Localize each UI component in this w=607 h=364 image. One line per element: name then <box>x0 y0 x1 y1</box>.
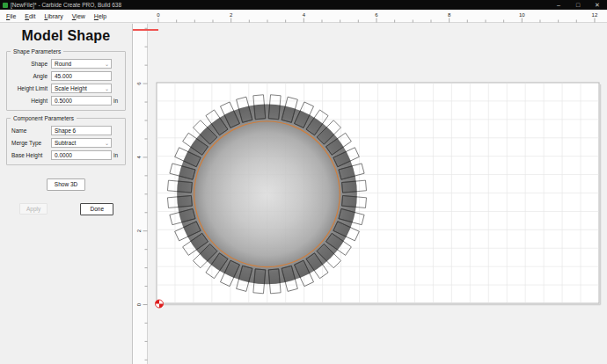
ruler-origin-marker <box>133 29 158 31</box>
base-height-input[interactable]: 0.0000 <box>51 150 112 160</box>
shape-value: Round <box>55 61 71 67</box>
height-row: Height 0.5000 in <box>11 96 121 106</box>
svg-text:0: 0 <box>136 302 142 306</box>
menu-ruler-row: File Edit Library View Help 024681012 <box>0 10 607 23</box>
base-height-row: Base Height 0.0000 in <box>11 150 121 160</box>
height-limit-value: Scale Height <box>55 85 87 91</box>
svg-text:10: 10 <box>519 12 525 18</box>
close-button[interactable]: ✕ <box>588 0 607 10</box>
shape-label: Shape <box>11 61 51 67</box>
model-shape-panel: Model Shape Shape Parameters Shape Round… <box>0 24 133 364</box>
design-canvas[interactable] <box>148 24 607 364</box>
menu-edit[interactable]: Edit <box>20 11 40 21</box>
merge-type-value: Subtract <box>55 140 76 146</box>
done-button[interactable]: Done <box>80 203 113 215</box>
window-title: [NewFile]* - Carbide Create PRO, Build 6… <box>11 2 549 8</box>
height-unit: in <box>112 98 121 104</box>
merge-type-row: Merge Type Subtract ⌄ in <box>11 138 121 148</box>
svg-text:6: 6 <box>375 12 378 18</box>
menu-file[interactable]: File <box>2 11 20 21</box>
component-parameters-legend: Component Parameters <box>11 115 77 121</box>
shape-parameters-group: Shape Parameters Shape Round ⌄ in Angle … <box>6 51 126 111</box>
height-label: Height <box>11 98 51 104</box>
content-row: Model Shape Shape Parameters Shape Round… <box>0 24 607 364</box>
svg-text:2: 2 <box>136 229 142 232</box>
component-parameters-group: Component Parameters Name Shape 6 in Mer… <box>6 118 126 165</box>
page-title: Model Shape <box>0 28 132 44</box>
minimize-button[interactable]: – <box>549 0 568 10</box>
svg-text:2: 2 <box>230 12 233 18</box>
angle-row: Angle 45.000 in <box>11 71 121 81</box>
name-input[interactable]: Shape 6 <box>51 126 112 135</box>
shape-select[interactable]: Round ⌄ <box>51 59 112 69</box>
ruler-corner <box>133 10 148 22</box>
apply-button[interactable]: Apply <box>19 203 48 215</box>
base-height-label: Base Height <box>11 152 51 158</box>
chevron-down-icon: ⌄ <box>105 60 109 69</box>
chevron-down-icon: ⌄ <box>105 84 109 94</box>
app-icon <box>3 3 8 8</box>
vertical-ruler: 0246 <box>133 24 148 364</box>
base-height-unit: in <box>112 152 121 158</box>
title-bar: [NewFile]* - Carbide Create PRO, Build 6… <box>0 0 607 10</box>
merge-type-label: Merge Type <box>11 140 51 146</box>
height-input[interactable]: 0.5000 <box>51 96 112 106</box>
name-label: Name <box>11 127 51 134</box>
merge-type-select[interactable]: Subtract ⌄ <box>51 138 112 148</box>
svg-text:6: 6 <box>136 82 142 85</box>
svg-text:8: 8 <box>448 12 451 18</box>
shape-parameters-legend: Shape Parameters <box>11 48 63 55</box>
window-controls: – □ ✕ <box>549 0 607 10</box>
app-window: [NewFile]* - Carbide Create PRO, Build 6… <box>0 0 607 364</box>
chevron-down-icon: ⌄ <box>105 139 109 149</box>
height-limit-row: Height Limit Scale Height ⌄ in <box>11 84 121 93</box>
name-row: Name Shape 6 in <box>11 126 121 135</box>
angle-input[interactable]: 45.000 <box>51 71 112 81</box>
horizontal-ruler: 024681012 <box>148 10 607 22</box>
svg-text:12: 12 <box>592 12 598 18</box>
menu-bar: File Edit Library View Help <box>0 10 133 22</box>
svg-text:4: 4 <box>303 12 306 18</box>
height-limit-select[interactable]: Scale Height ⌄ <box>51 84 112 93</box>
menu-library[interactable]: Library <box>40 11 67 21</box>
menu-view[interactable]: View <box>68 11 90 21</box>
show-3d-button[interactable]: Show 3D <box>47 178 85 191</box>
menu-help[interactable]: Help <box>90 11 111 21</box>
shape-row: Shape Round ⌄ in <box>11 59 121 69</box>
angle-label: Angle <box>11 73 51 79</box>
svg-text:0: 0 <box>157 12 160 18</box>
svg-text:4: 4 <box>136 156 142 159</box>
maximize-button[interactable]: □ <box>568 0 588 10</box>
height-limit-label: Height Limit <box>11 85 51 91</box>
